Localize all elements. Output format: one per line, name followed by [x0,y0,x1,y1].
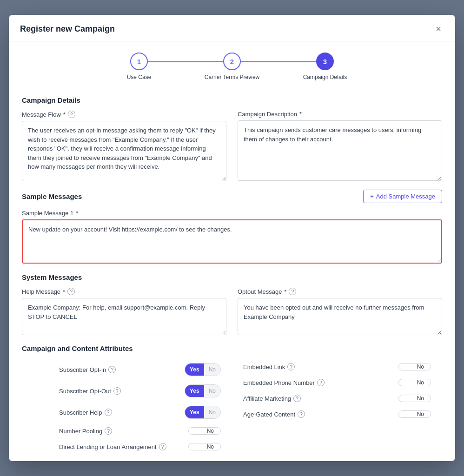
subscriber-help-toggle[interactable]: Yes No [185,406,221,419]
help-message-help-icon[interactable]: ? [67,288,75,295]
modal-header: Register new Campaign × [9,15,455,41]
direct-lending-toggle[interactable]: No [188,443,221,450]
sample-messages-title: Sample Messages [22,192,82,200]
optout-message-group: Optout Message * ? You have been opted o… [238,288,442,335]
campaign-description-textarea[interactable]: This campaign sends customer care messag… [238,120,442,181]
affiliate-marketing-help-icon[interactable]: ? [293,395,301,402]
subscriber-optout-help-icon[interactable]: ? [113,387,121,395]
close-button[interactable]: × [433,23,444,34]
attr-subscriber-optin: Subscriber Opt-in ? Yes No [22,359,232,380]
system-messages-title: System Messages [22,273,442,281]
modal-body: Campaign Details Message Flow * ? The us… [9,96,455,461]
attr-subscriber-help-label: Subscriber Help ? [59,409,112,416]
attributes-title: Campaign and Content Attributes [22,344,442,352]
step-campaign-details: 3 Campaign Details [278,53,371,80]
attr-number-pooling-label: Number Pooling ? [59,427,112,435]
attributes-left-col: Subscriber Opt-in ? Yes No Subscriber [22,359,232,455]
attributes-grid: Subscriber Opt-in ? Yes No Subscriber [22,359,442,455]
attr-embedded-link: Embedded Link ? No [232,359,442,375]
message-flow-help-icon[interactable]: ? [68,111,75,118]
message-flow-group: Message Flow * ? The user receives an op… [22,111,226,181]
steps-bar: 1 Use Case 2 Carrier Terms Preview 3 Cam… [9,41,455,88]
attr-number-pooling: Number Pooling ? No [22,423,232,439]
optout-message-textarea[interactable]: You have been opted out and will receive… [238,298,442,335]
subscriber-optin-help-icon[interactable]: ? [108,366,116,373]
add-sample-message-button[interactable]: + Add Sample Message [363,190,442,203]
optout-message-help-icon[interactable]: ? [289,288,296,295]
attr-subscriber-help: Subscriber Help ? Yes No [22,402,232,423]
modal-title: Register new Campaign [20,24,115,34]
attributes-section: Campaign and Content Attributes Subscrib… [22,344,442,455]
embedded-link-help-icon[interactable]: ? [287,363,295,370]
campaign-description-group: Campaign Description * This campaign sen… [238,111,442,181]
message-flow-textarea[interactable]: The user receives an opt-in message aski… [22,121,226,181]
modal-container: Register new Campaign × 1 Use Case 2 Car… [9,15,455,461]
direct-lending-help-icon[interactable]: ? [159,443,166,450]
age-gated-help-icon[interactable]: ? [298,410,305,418]
attr-direct-lending: Direct Lending or Loan Arrangement ? No [22,439,232,455]
sample-message-1-label: Sample Message 1 * [22,210,442,217]
attr-embedded-phone-label: Embedded Phone Number ? [243,379,325,386]
step-2-label: Carrier Terms Preview [205,74,259,80]
attr-subscriber-optout: Subscriber Opt-Out ? Yes No [22,380,232,402]
step-3-label: Campaign Details [303,74,347,80]
step-1-label: Use Case [127,74,152,80]
system-messages-section: System Messages Help Message * ? Example… [22,273,442,335]
step-carrier-terms: 2 Carrier Terms Preview [186,53,278,80]
step-use-case: 1 Use Case [93,53,186,80]
attributes-right-col: Embedded Link ? No Embedded Phone Number [232,359,442,455]
attr-subscriber-optout-label: Subscriber Opt-Out ? [59,387,121,395]
attr-age-gated: Age-Gated Content ? No [232,406,442,422]
attr-embedded-link-label: Embedded Link ? [243,363,295,370]
number-pooling-help-icon[interactable]: ? [105,427,112,435]
sample-message-1-group: Sample Message 1 * New update on your ac… [22,210,442,265]
step-1-circle: 1 [130,53,148,70]
modal-overlay: Register new Campaign × 1 Use Case 2 Car… [0,0,464,476]
help-message-label: Help Message * ? [22,288,226,295]
help-message-textarea[interactable]: Example Company: For help, email support… [22,298,226,335]
add-icon: + [370,193,374,200]
attr-subscriber-optin-label: Subscriber Opt-in ? [59,366,116,373]
attr-age-gated-label: Age-Gated Content ? [243,410,305,418]
campaign-details-row: Message Flow * ? The user receives an op… [22,111,442,181]
step-2-circle: 2 [223,53,241,70]
embedded-link-toggle[interactable]: No [398,363,431,370]
campaign-description-label: Campaign Description * [238,111,442,118]
sample-message-1-textarea[interactable]: New update on your account! Visit https:… [22,219,442,264]
age-gated-toggle[interactable]: No [398,410,431,418]
attr-direct-lending-label: Direct Lending or Loan Arrangement ? [59,443,166,450]
number-pooling-toggle[interactable]: No [188,427,221,435]
attr-affiliate-marketing: Affiliate Marketing ? No [232,390,442,406]
message-flow-label: Message Flow * ? [22,111,226,118]
sample-messages-header: Sample Messages + Add Sample Message [22,190,442,203]
attr-affiliate-marketing-label: Affiliate Marketing ? [243,395,301,402]
campaign-details-title: Campaign Details [22,96,442,104]
subscriber-optout-toggle[interactable]: Yes No [185,384,221,397]
subscriber-help-help-icon[interactable]: ? [105,409,112,416]
step-3-circle: 3 [316,53,334,70]
subscriber-optin-toggle[interactable]: Yes No [185,363,221,376]
help-message-group: Help Message * ? Example Company: For he… [22,288,226,335]
optout-message-label: Optout Message * ? [238,288,442,295]
system-messages-row: Help Message * ? Example Company: For he… [22,288,442,335]
attr-embedded-phone: Embedded Phone Number ? No [232,375,442,390]
affiliate-marketing-toggle[interactable]: No [398,395,431,402]
embedded-phone-help-icon[interactable]: ? [317,379,325,386]
embedded-phone-toggle[interactable]: No [398,379,431,386]
